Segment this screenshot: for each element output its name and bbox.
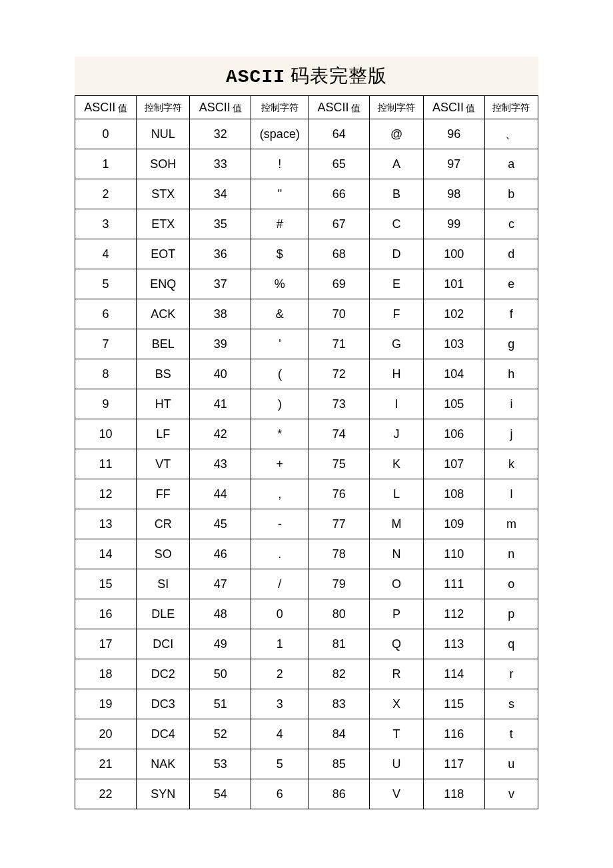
table-cell: ENQ [137,269,190,299]
table-cell: 37 [190,269,251,299]
table-row: 19DC351383X115s [75,689,538,719]
table-cell: 116 [423,719,484,749]
table-cell: 14 [75,539,137,569]
table-cell: 2 [251,659,308,689]
table-cell: 、 [484,119,538,149]
table-cell: 10 [75,419,137,449]
table-row: 9HT41)73I105i [75,389,538,419]
table-row: 15SI47/79O111o [75,569,538,599]
table-cell: ) [251,389,308,419]
table-row: 12FF44,76L108l [75,479,538,509]
table-cell: f [484,299,538,329]
table-row: 16DLE48080P112p [75,599,538,629]
table-row: 17DCI49181Q113q [75,629,538,659]
table-cell: VT [137,449,190,479]
table-row: 2STX34"66B98b [75,179,538,209]
table-row: 6ACK38&70F102f [75,299,538,329]
table-cell: LF [137,419,190,449]
table-cell: CR [137,509,190,539]
table-cell: / [251,569,308,599]
table-cell: 73 [308,389,370,419]
table-cell: D [370,239,423,269]
table-cell: 104 [423,359,484,389]
table-cell: C [370,209,423,239]
table-cell: & [251,299,308,329]
table-cell: NAK [137,749,190,779]
table-cell: 70 [308,299,370,329]
header-ascii-value-4: ASCII 值 [423,96,484,119]
table-cell: 18 [75,659,137,689]
table-cell: u [484,749,538,779]
table-body: 0NUL32(space)64@96、1SOH33!65A97a2STX34"6… [75,119,538,809]
table-cell: 51 [190,689,251,719]
table-cell: o [484,569,538,599]
table-cell: 85 [308,749,370,779]
table-cell: 109 [423,509,484,539]
table-cell: l [484,479,538,509]
table-cell: * [251,419,308,449]
table-cell: 42 [190,419,251,449]
table-cell: q [484,629,538,659]
table-cell: STX [137,179,190,209]
table-cell: I [370,389,423,419]
table-cell: 106 [423,419,484,449]
table-cell: 71 [308,329,370,359]
table-cell: p [484,599,538,629]
table-cell: R [370,659,423,689]
table-row: 0NUL32(space)64@96、 [75,119,538,149]
table-row: 3ETX35#67C99c [75,209,538,239]
table-cell: 12 [75,479,137,509]
header-ascii-value-3: ASCII 值 [308,96,370,119]
table-cell: HT [137,389,190,419]
table-cell: 111 [423,569,484,599]
table-row: 1SOH33!65A97a [75,149,538,179]
table-cell: 40 [190,359,251,389]
table-cell: 32 [190,119,251,149]
table-cell: B [370,179,423,209]
table-cell: 20 [75,719,137,749]
table-cell: 41 [190,389,251,419]
table-cell: . [251,539,308,569]
table-cell: r [484,659,538,689]
table-cell: 69 [308,269,370,299]
table-cell: 52 [190,719,251,749]
table-cell: DLE [137,599,190,629]
table-cell: FF [137,479,190,509]
header-ctrl-char-4: 控制字符 [484,96,538,119]
table-cell: 22 [75,779,137,809]
table-cell: 66 [308,179,370,209]
table-cell: i [484,389,538,419]
table-cell: b [484,179,538,209]
table-cell: 100 [423,239,484,269]
table-cell: 15 [75,569,137,599]
table-row: 11VT43+75K107k [75,449,538,479]
table-cell: 44 [190,479,251,509]
table-cell: 5 [251,749,308,779]
table-cell: 75 [308,449,370,479]
table-cell: a [484,149,538,179]
table-cell: (space) [251,119,308,149]
table-cell: 11 [75,449,137,479]
table-cell: 3 [251,689,308,719]
table-cell: 16 [75,599,137,629]
table-cell: 39 [190,329,251,359]
table-cell: T [370,719,423,749]
table-cell: d [484,239,538,269]
table-cell: % [251,269,308,299]
table-cell: 1 [251,629,308,659]
table-cell: 77 [308,509,370,539]
table-cell: 78 [308,539,370,569]
table-cell: 38 [190,299,251,329]
table-cell: 4 [251,719,308,749]
table-cell: 47 [190,569,251,599]
table-cell: 5 [75,269,137,299]
table-row: 22SYN54686V118v [75,779,538,809]
table-cell: 114 [423,659,484,689]
header-ctrl-char-3: 控制字符 [370,96,423,119]
table-cell: U [370,749,423,779]
table-cell: 103 [423,329,484,359]
table-cell: E [370,269,423,299]
table-cell: 35 [190,209,251,239]
table-cell: # [251,209,308,239]
table-cell: 2 [75,179,137,209]
